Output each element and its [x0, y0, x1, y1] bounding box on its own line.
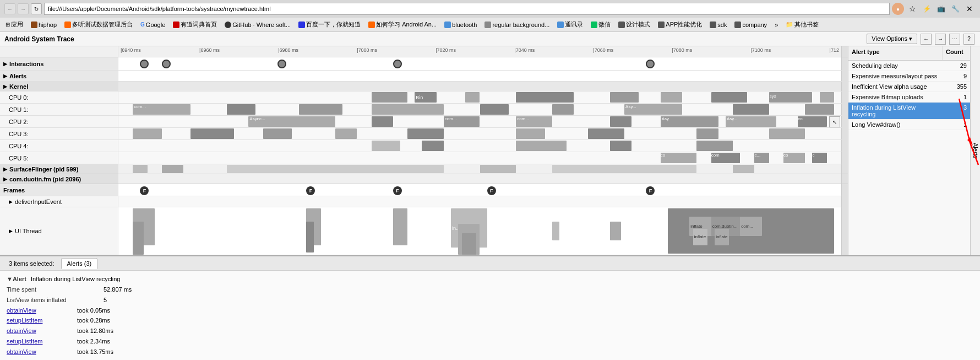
nav-more-button[interactable]: ⋯ — [949, 34, 960, 45]
lightning-icon[interactable]: ⚡ — [921, 3, 933, 15]
surfaceflinger-content[interactable] — [118, 164, 841, 174]
alert-panel: Alert type Count Scheduling delay 29 Exp… — [848, 46, 980, 255]
sf-block-5 — [552, 165, 697, 173]
bookmark-wechat[interactable]: 微信 — [587, 19, 614, 30]
forward-button[interactable]: → — [18, 3, 29, 14]
bookmark-youdao[interactable]: 有道词典首页 — [170, 19, 220, 30]
cpu3-block-8 — [696, 128, 718, 139]
bookmark-hiphop[interactable]: hiphop — [28, 20, 60, 29]
reload-button[interactable]: ↻ — [31, 3, 42, 14]
alerts-content[interactable] — [118, 71, 841, 81]
bookmark-baidu[interactable]: 百度一下，你就知道 — [295, 19, 364, 30]
interaction-circle-5[interactable] — [646, 60, 655, 68]
cpu1-block-6 — [733, 104, 769, 115]
ui-thread-content[interactable]: in... inflate com.duotin... com... infla… — [118, 207, 841, 255]
extension-icon[interactable]: 🔧 — [949, 3, 961, 15]
bookmark-contacts[interactable]: 通讯录 — [554, 19, 586, 30]
address-bar[interactable] — [44, 3, 890, 15]
kernel-header-row: ▶ Kernel — [0, 82, 848, 92]
view-options-button[interactable]: View Options ▾ — [867, 34, 917, 44]
ui-bar-inflate2: inflate — [693, 229, 707, 245]
alert-row-inflation[interactable]: Inflation during ListView recycling 3 — [848, 103, 970, 120]
detail-setup-list-item-2: setupListItem took 2.34ms — [7, 336, 973, 346]
interaction-circle-1[interactable] — [140, 60, 149, 68]
deliver-input-row: ▶ deliverInputEvent — [0, 196, 848, 207]
cpu3-content[interactable] — [118, 128, 841, 139]
surfaceflinger-label[interactable]: ▶ SurfaceFlinger (pid 599) — [0, 164, 118, 174]
comduotin-label[interactable]: ▶ com.duotin.fm (pid 2096) — [0, 174, 118, 184]
frame-1[interactable]: F — [140, 186, 149, 195]
nav-help-button[interactable]: ? — [963, 34, 974, 45]
trace-header: Android System Trace View Options ▾ ← → … — [0, 32, 980, 46]
back-button[interactable]: ← — [4, 3, 15, 14]
comduotin-header-row: ▶ com.duotin.fm (pid 2096) — [0, 174, 848, 184]
frame-2[interactable]: F — [306, 186, 315, 195]
nav-left-button[interactable]: ← — [921, 34, 932, 45]
interaction-circle-4[interactable] — [393, 60, 402, 68]
bookmark-github[interactable]: GitHub · Where soft... — [221, 20, 294, 29]
bookmark-google[interactable]: G Google — [137, 20, 168, 29]
deliver-input-label[interactable]: ▶ deliverInputEvent — [0, 196, 118, 207]
bookmark-company[interactable]: company — [731, 20, 770, 29]
bookmark-more[interactable]: » — [771, 20, 781, 29]
bookmark-bluetooth[interactable]: bluetooth — [441, 20, 480, 29]
ui-bar-s2 — [610, 222, 621, 240]
cpu4-label[interactable]: CPU 4: — [0, 140, 118, 152]
bookmark-duotin[interactable]: 多听测试数据管理后台 — [61, 19, 136, 30]
cpu5-label[interactable]: CPU 5: — [0, 152, 118, 164]
cpu2-content[interactable]: Async... com... com... Asy Asy... ↖ + — [118, 116, 841, 127]
interaction-circle-3[interactable] — [277, 60, 286, 68]
alerts-tab-button[interactable]: Alerts (3) — [61, 258, 98, 269]
interactions-content[interactable] — [118, 57, 841, 70]
star-icon[interactable]: ☆ — [906, 3, 918, 15]
alert-row-scheduling[interactable]: Scheduling delay 29 — [848, 61, 970, 71]
cpu2-label[interactable]: CPU 2: — [0, 116, 118, 127]
cpu0-block-2 — [465, 92, 480, 103]
sf-block-4 — [480, 165, 516, 173]
cpu4-content[interactable] — [118, 140, 841, 152]
cpu1-content[interactable]: com... Asy... — [118, 104, 841, 115]
bookmark-regular-bg[interactable]: regular background... — [481, 20, 553, 29]
bookmark-performance[interactable]: APP性能优化 — [655, 19, 705, 30]
bookmark-design[interactable]: 设计模式 — [615, 19, 654, 30]
cpu5-content[interactable]: co com c... co c — [118, 152, 841, 164]
cpu0-block-3 — [516, 92, 574, 103]
bookmark-sdk[interactable]: sdk — [706, 20, 730, 29]
cpu3-label[interactable]: CPU 3: — [0, 128, 118, 139]
menu-icon[interactable]: ✕ — [963, 3, 976, 15]
alerts-side-tab[interactable]: Alerts — [970, 46, 980, 255]
deliver-input-content[interactable] — [118, 196, 841, 207]
cpu0-label[interactable]: CPU 0: — [0, 92, 118, 103]
cpu5-row: CPU 5: co com c... co c — [0, 152, 848, 164]
alert-row-bitmap[interactable]: Expensive Bitmap uploads 1 — [848, 92, 970, 103]
cast-icon[interactable]: 📺 — [935, 3, 947, 15]
alert-row-alpha[interactable]: Inefficient View alpha usage 355 — [848, 82, 970, 92]
frame-5[interactable]: F — [646, 186, 655, 195]
interactions-label[interactable]: ▶ Interactions — [0, 57, 118, 70]
frame-4[interactable]: F — [487, 186, 496, 195]
frames-content[interactable]: F F F F F — [118, 184, 841, 196]
alert-row-longdraw[interactable]: Long View#draw() 1 — [848, 120, 970, 130]
cpu1-block-1 — [227, 104, 256, 115]
cpu1-block-7 — [805, 104, 834, 115]
cpu3-block-6 — [516, 128, 545, 139]
nav-right-button[interactable]: → — [935, 34, 946, 45]
frames-label[interactable]: Frames — [0, 184, 118, 196]
cpu0-content[interactable]: Bin sys — [118, 92, 841, 103]
ui-thread-label[interactable]: ▶ UI Thread — [0, 207, 118, 255]
frame-3[interactable]: F — [393, 186, 402, 195]
cursor-button[interactable]: ↖ — [829, 116, 840, 127]
cpu2-block-com1: com... — [444, 116, 480, 127]
bookmark-android[interactable]: 如何学习 Android An... — [365, 19, 440, 30]
detail-setup-list-item-1: setupListItem took 0.28ms — [7, 316, 973, 326]
ui-bar-com2: com... — [740, 217, 761, 235]
interaction-circle-2[interactable] — [162, 60, 171, 68]
alert-count-header: Count — [943, 46, 970, 60]
alert-row-expensive-measure[interactable]: Expensive measure/layout pass 9 — [848, 71, 970, 82]
bookmark-apps[interactable]: ⊞ 应用 — [2, 19, 26, 30]
cpu1-label[interactable]: CPU 1: — [0, 104, 118, 115]
kernel-label[interactable]: ▶ Kernel — [0, 82, 118, 91]
bookmark-other[interactable]: 📁 其他书签 — [782, 19, 822, 30]
cpu0-block-5 — [661, 92, 682, 103]
alerts-label[interactable]: ▶ Alerts — [0, 71, 118, 81]
